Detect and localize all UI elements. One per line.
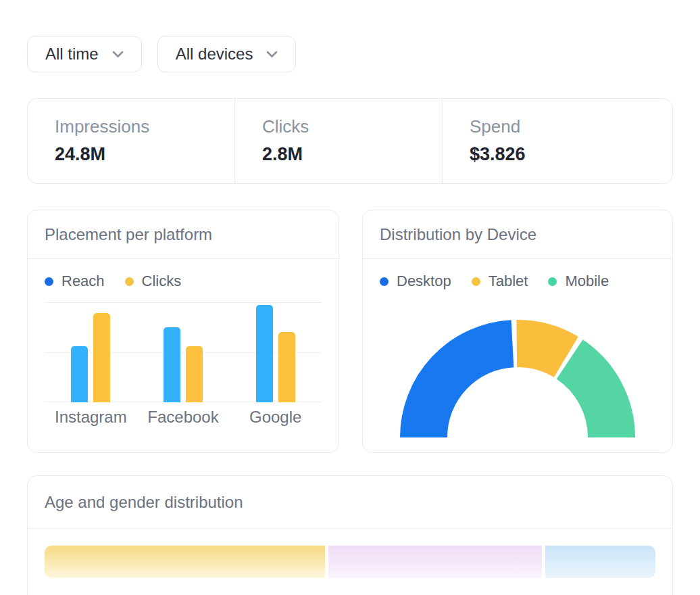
bar-group-facebook [137,302,230,402]
bar-clicks-facebook[interactable] [186,346,203,402]
legend-label: Tablet [489,272,528,290]
legend-label: Clicks [142,272,182,290]
stacked-segment-2[interactable] [328,546,542,578]
stat-impressions: Impressions 24.8M [28,99,234,183]
bar-clicks-google[interactable] [278,332,295,402]
card-title: Placement per platform [28,210,339,259]
legend-item-desktop[interactable]: Desktop [380,272,451,290]
bar-reach-instagram[interactable] [71,346,88,402]
time-range-dropdown-label: All time [45,45,99,64]
stacked-bar [45,546,655,578]
legend-item-clicks[interactable]: Clicks [125,272,182,290]
category-label-instagram: Instagram [45,408,137,427]
chevron-down-icon [266,51,278,58]
chevron-down-icon [112,51,124,58]
bar-plot [45,302,322,402]
distribution-by-device-card: Distribution by Device Desktop Tablet Mo… [362,210,673,453]
legend-item-tablet[interactable]: Tablet [472,272,528,290]
bar-reach-google[interactable] [256,305,273,402]
legend-label: Desktop [397,272,451,290]
legend-item-mobile[interactable]: Mobile [548,272,609,290]
legend-label: Mobile [565,272,609,290]
device-filter-dropdown[interactable]: All devices [157,36,297,72]
stat-clicks: Clicks 2.8M [234,99,442,183]
placement-per-platform-card: Placement per platform Reach Clicks Inst… [27,210,339,453]
legend-label: Reach [61,272,105,290]
stats-summary-card: Impressions 24.8M Clicks 2.8M Spend $3.8… [27,98,673,184]
gauge-segment-desktop[interactable] [424,343,512,437]
bar-group-instagram [45,302,137,402]
category-label-google: Google [229,408,322,427]
gauge-segment-tablet[interactable] [517,343,566,357]
stat-value: 2.8M [262,144,442,165]
gauge-legend: Desktop Tablet Mobile [380,272,655,290]
bar-group-google [229,302,322,402]
device-filter-dropdown-label: All devices [176,45,253,64]
legend-item-reach[interactable]: Reach [45,272,105,290]
gauge-segment-mobile[interactable] [570,359,611,437]
stacked-segment-3[interactable] [545,546,655,578]
bar-labels: InstagramFacebookGoogle [45,408,322,427]
time-range-dropdown[interactable]: All time [27,36,142,72]
gauge-wrap [363,295,672,441]
stat-value: 24.8M [55,144,234,165]
age-gender-distribution-card: Age and gender distribution [27,475,673,595]
clicks-legend-dot [125,277,134,286]
bar-chart-legend: Reach Clicks [45,272,322,290]
dashboard-page: All time All devices Impressions 24.8M C… [0,36,700,595]
mobile-legend-dot [548,277,557,286]
stacked-segment-1[interactable] [45,546,325,578]
tablet-legend-dot [472,277,480,286]
reach-legend-dot [45,277,53,286]
desktop-legend-dot [380,277,389,286]
bar-clicks-instagram[interactable] [93,313,110,402]
stat-label: Clicks [262,116,442,137]
charts-row: Placement per platform Reach Clicks Inst… [27,210,673,453]
half-donut-chart[interactable] [363,295,672,441]
stat-label: Spend [470,116,672,137]
filter-row: All time All devices [27,36,673,72]
stat-value: $3.826 [470,144,672,165]
card-title: Distribution by Device [363,210,672,259]
card-title: Age and gender distribution [28,476,672,529]
category-label-facebook: Facebook [137,408,230,427]
stat-label: Impressions [55,116,234,137]
bar-reach-facebook[interactable] [164,327,180,402]
stat-spend: Spend $3.826 [442,99,672,183]
